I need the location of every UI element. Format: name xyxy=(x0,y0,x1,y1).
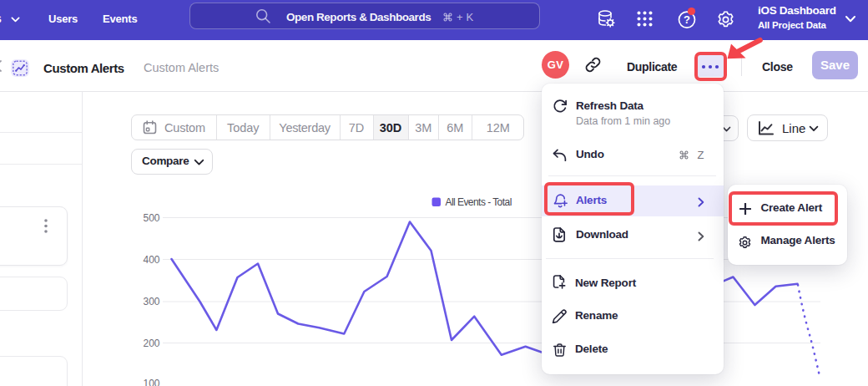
svg-text:400: 400 xyxy=(143,254,159,266)
svg-text:500: 500 xyxy=(143,212,159,224)
svg-text:All Events - Total: All Events - Total xyxy=(446,196,512,208)
svg-text:300: 300 xyxy=(143,296,159,307)
svg-text:200: 200 xyxy=(143,338,159,349)
svg-text:100: 100 xyxy=(143,378,159,386)
